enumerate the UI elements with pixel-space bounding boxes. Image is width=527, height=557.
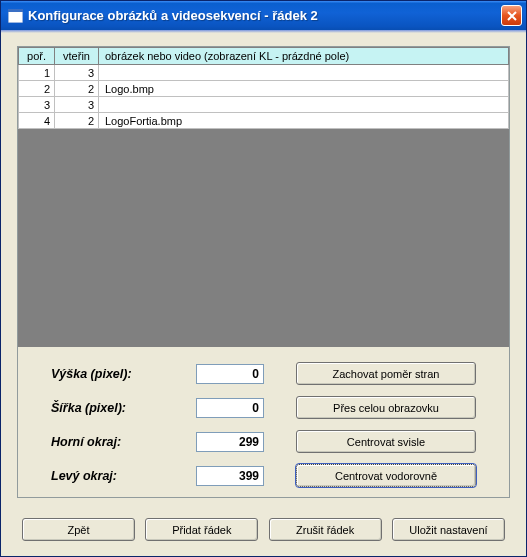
cell-file[interactable]: LogoFortia.bmp xyxy=(99,113,509,129)
col-header-por: poř. xyxy=(19,48,55,65)
fullscreen-button[interactable]: Přes celou obrazovku xyxy=(296,396,476,419)
height-input[interactable] xyxy=(196,364,264,384)
cell-por[interactable]: 1 xyxy=(19,65,55,81)
cell-por[interactable]: 2 xyxy=(19,81,55,97)
save-settings-button[interactable]: Uložit nastavení xyxy=(392,518,505,541)
width-input[interactable] xyxy=(196,398,264,418)
client-area: poř. vteřin obrázek nebo video (zobrazen… xyxy=(1,30,526,556)
cell-sec[interactable]: 2 xyxy=(55,81,99,97)
table-header-row: poř. vteřin obrázek nebo video (zobrazen… xyxy=(19,48,509,65)
add-row-button[interactable]: Přidat řádek xyxy=(145,518,258,541)
keep-ratio-button[interactable]: Zachovat poměr stran xyxy=(296,362,476,385)
table-row[interactable]: 2 2 Logo.bmp xyxy=(19,81,509,97)
center-horizontal-button[interactable]: Centrovat vodorovně xyxy=(296,464,476,487)
window-title: Konfigurace obrázků a videosekvencí - řá… xyxy=(28,8,501,23)
cell-file[interactable] xyxy=(99,65,509,81)
delete-row-button[interactable]: Zrušit řádek xyxy=(269,518,382,541)
svg-rect-1 xyxy=(8,9,23,12)
left-margin-input[interactable] xyxy=(196,466,264,486)
titlebar: Konfigurace obrázků a videosekvencí - řá… xyxy=(1,1,526,30)
col-header-file: obrázek nebo video (zobrazení KL - prázd… xyxy=(99,48,509,65)
cell-sec[interactable]: 3 xyxy=(55,65,99,81)
cell-por[interactable]: 4 xyxy=(19,113,55,129)
left-margin-label: Levý okraj: xyxy=(36,469,166,483)
col-header-sec: vteřin xyxy=(55,48,99,65)
width-label: Šířka (pixel): xyxy=(36,401,166,415)
bottom-button-bar: Zpět Přidat řádek Zrušit řádek Uložit na… xyxy=(4,511,523,553)
controls-panel: Výška (pixel): Zachovat poměr stran Šířk… xyxy=(18,347,509,497)
cell-sec[interactable]: 2 xyxy=(55,113,99,129)
table-row[interactable]: 1 3 xyxy=(19,65,509,81)
table-row[interactable]: 4 2 LogoFortia.bmp xyxy=(19,113,509,129)
height-label: Výška (pixel): xyxy=(36,367,166,381)
grid-empty-area xyxy=(18,129,509,347)
top-margin-input[interactable] xyxy=(196,432,264,452)
app-icon xyxy=(7,8,23,24)
table-row[interactable]: 3 3 xyxy=(19,97,509,113)
grid-panel: poř. vteřin obrázek nebo video (zobrazen… xyxy=(17,46,510,498)
cell-file[interactable]: Logo.bmp xyxy=(99,81,509,97)
cell-sec[interactable]: 3 xyxy=(55,97,99,113)
back-button[interactable]: Zpět xyxy=(22,518,135,541)
cell-por[interactable]: 3 xyxy=(19,97,55,113)
media-table[interactable]: poř. vteřin obrázek nebo video (zobrazen… xyxy=(18,47,509,129)
cell-file[interactable] xyxy=(99,97,509,113)
center-vertical-button[interactable]: Centrovat svisle xyxy=(296,430,476,453)
top-margin-label: Horní okraj: xyxy=(36,435,166,449)
close-button[interactable] xyxy=(501,5,522,26)
window: Konfigurace obrázků a videosekvencí - řá… xyxy=(0,0,527,557)
